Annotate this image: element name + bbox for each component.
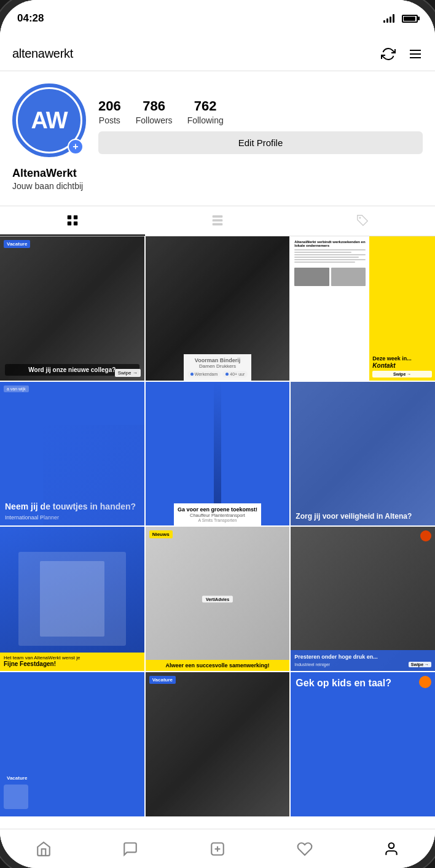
battery-icon bbox=[402, 15, 418, 23]
refresh-icon[interactable] bbox=[381, 47, 396, 61]
post-item-4[interactable]: a van wijk Neem jij de touwtjes in hande… bbox=[0, 382, 144, 526]
post-item-7[interactable]: Het team van AltenaWerkt wenst je Fijne … bbox=[0, 527, 144, 671]
chat-icon bbox=[122, 841, 138, 857]
list-view-icon bbox=[211, 214, 224, 227]
post-tag-hours: 40+ uur bbox=[222, 371, 248, 378]
post-holiday-bar: Het team van AltenaWerkt wenst je Fijne … bbox=[0, 653, 144, 671]
svg-rect-5 bbox=[68, 222, 71, 225]
post-item-12[interactable]: Gek op kids en taal? bbox=[291, 672, 435, 816]
post-bottom-2: Voorman Binderij Damen Drukkers Werkenda… bbox=[184, 354, 252, 381]
status-time: 04:28 bbox=[17, 12, 44, 25]
heart-icon bbox=[297, 841, 313, 857]
grid-section: Vacature Word jij onze nieuwe collega? S… bbox=[0, 236, 435, 829]
post-subtitle-9: Industrieel reiniger bbox=[294, 662, 330, 667]
post-content-10: Vacature bbox=[0, 672, 144, 816]
post-content-3: AltenaWerkt verbindt werkzoekenden en lo… bbox=[291, 236, 435, 381]
tabs-section bbox=[0, 206, 435, 236]
svg-point-10 bbox=[359, 217, 361, 219]
nav-home[interactable] bbox=[29, 834, 58, 864]
post-tags-2: Werkendam 40+ uur bbox=[187, 371, 248, 378]
post-bottom-row-9: Industrieel reiniger Swipe → bbox=[294, 662, 431, 667]
following-label: Following bbox=[187, 115, 224, 125]
post-headline-6: Zorg jij voor veiligheid in Altena? bbox=[296, 512, 430, 521]
post-news-text: Alweer een succesvolle samenwerking! bbox=[149, 662, 286, 668]
post-headline-12: Gek op kids en taal? bbox=[296, 677, 430, 689]
post-content-9: Presteren onder hoge druk en... Industri… bbox=[291, 527, 435, 671]
post-badge-10: Vacature bbox=[4, 774, 141, 782]
post-content-6: Zorg jij voor veiligheid in Altena? bbox=[291, 382, 435, 526]
profile-stats: 206 Posts 786 Followers 762 Following bbox=[98, 88, 423, 125]
followers-stat[interactable]: 786 Followers bbox=[136, 98, 173, 125]
post-title-2: Voorman Binderij bbox=[187, 357, 248, 363]
status-bar: 04:28 bbox=[0, 0, 435, 37]
post-newspaper-lines bbox=[294, 249, 366, 263]
app-header: altenawerkt bbox=[0, 37, 435, 71]
profile-top: AW + 206 Posts 786 Followers bbox=[12, 83, 423, 157]
add-icon bbox=[210, 841, 225, 857]
post-title-5: Ga voor een groene toekomst! bbox=[178, 506, 257, 513]
post-kontakt: Kontakt bbox=[372, 362, 432, 369]
menu-icon[interactable] bbox=[408, 47, 423, 61]
post-item-1[interactable]: Vacature Word jij onze nieuwe collega? S… bbox=[0, 236, 144, 381]
post-subtitle-5: Chauffeur Plantentransport bbox=[178, 513, 257, 518]
post-item-6[interactable]: Zorg jij voor veiligheid in Altena? bbox=[291, 382, 435, 526]
profile-icon bbox=[383, 841, 399, 857]
tab-list[interactable] bbox=[145, 206, 290, 236]
post-swipe-1: Swipe → bbox=[115, 369, 141, 377]
tagged-view-icon bbox=[356, 214, 369, 227]
nav-heart[interactable] bbox=[290, 834, 319, 864]
post-content-7: Het team van AltenaWerkt wenst je Fijne … bbox=[0, 527, 144, 671]
post-tag-location: Werkendam bbox=[187, 371, 221, 378]
posts-stat[interactable]: 206 Posts bbox=[98, 98, 121, 125]
signal-icon bbox=[383, 14, 394, 23]
status-icons bbox=[383, 14, 418, 23]
svg-rect-3 bbox=[68, 215, 71, 219]
profile-name: AltenaWerkt bbox=[12, 167, 423, 180]
following-stat[interactable]: 762 Following bbox=[187, 98, 224, 125]
post-swipe-3: Swipe → bbox=[372, 371, 432, 378]
svg-point-14 bbox=[389, 843, 394, 848]
post-item-2[interactable]: Voorman Binderij Damen Drukkers Werkenda… bbox=[146, 236, 290, 381]
post-logo-12 bbox=[419, 676, 431, 688]
phone-frame: 04:28 altenawerkt bbox=[0, 0, 435, 868]
header-actions bbox=[381, 47, 423, 61]
post-content-8: VertiAdvies Nieuws Alweer een succesvoll… bbox=[146, 527, 290, 671]
post-holiday-text: Het team van AltenaWerkt wenst je bbox=[4, 655, 141, 661]
tab-tagged[interactable] bbox=[290, 206, 435, 236]
post-photo-8: VertiAdvies bbox=[146, 527, 290, 671]
post-bottom-8: Alweer een succesvolle samenwerking! bbox=[146, 660, 290, 671]
phone-screen: 04:28 altenawerkt bbox=[0, 0, 435, 868]
nav-add[interactable] bbox=[203, 834, 232, 864]
post-item-11[interactable]: Vacature bbox=[146, 672, 290, 816]
post-item-10[interactable]: Vacature bbox=[0, 672, 144, 816]
nav-chat[interactable] bbox=[116, 834, 145, 864]
post-overlay-6: Zorg jij voor veiligheid in Altena? bbox=[291, 507, 435, 525]
post-newspaper-left: AltenaWerkt verbindt werkzoekenden en lo… bbox=[291, 236, 369, 381]
profile-section: AW + 206 Posts 786 Followers bbox=[0, 71, 435, 201]
post-item-9[interactable]: Presteren onder hoge druk en... Industri… bbox=[291, 527, 435, 671]
bottom-nav bbox=[0, 829, 435, 868]
posts-label: Posts bbox=[99, 115, 120, 125]
svg-rect-7 bbox=[213, 215, 223, 218]
posts-grid: Vacature Word jij onze nieuwe collega? S… bbox=[0, 236, 435, 816]
profile-bio: Jouw baan dichtbij bbox=[12, 181, 423, 191]
edit-profile-button[interactable]: Edit Profile bbox=[98, 131, 423, 154]
add-story-button[interactable]: + bbox=[68, 139, 84, 155]
avatar-container: AW + bbox=[12, 83, 86, 157]
post-item-3[interactable]: AltenaWerkt verbindt werkzoekenden en lo… bbox=[291, 236, 435, 381]
post-item-5[interactable]: Ga voor een groene toekomst! Chauffeur P… bbox=[146, 382, 290, 526]
post-item-8[interactable]: VertiAdvies Nieuws Alweer een succesvoll… bbox=[146, 527, 290, 671]
tab-grid[interactable] bbox=[0, 206, 145, 236]
svg-rect-9 bbox=[213, 223, 223, 226]
post-content-11: Vacature bbox=[146, 672, 290, 816]
post-overlay-9: Presteren onder hoge druk en... Industri… bbox=[291, 650, 435, 671]
svg-rect-6 bbox=[74, 222, 77, 225]
post-company-5: A Smits Transporten bbox=[178, 518, 257, 522]
nav-profile[interactable] bbox=[377, 834, 406, 864]
avatar-text: AW bbox=[31, 107, 67, 134]
post-image-7 bbox=[0, 527, 144, 671]
post-photo-7 bbox=[18, 552, 126, 646]
followers-label: Followers bbox=[136, 115, 173, 125]
post-content-5: Ga voor een groene toekomst! Chauffeur P… bbox=[146, 382, 290, 526]
post-content-1: Vacature Word jij onze nieuwe collega? S… bbox=[0, 236, 144, 381]
